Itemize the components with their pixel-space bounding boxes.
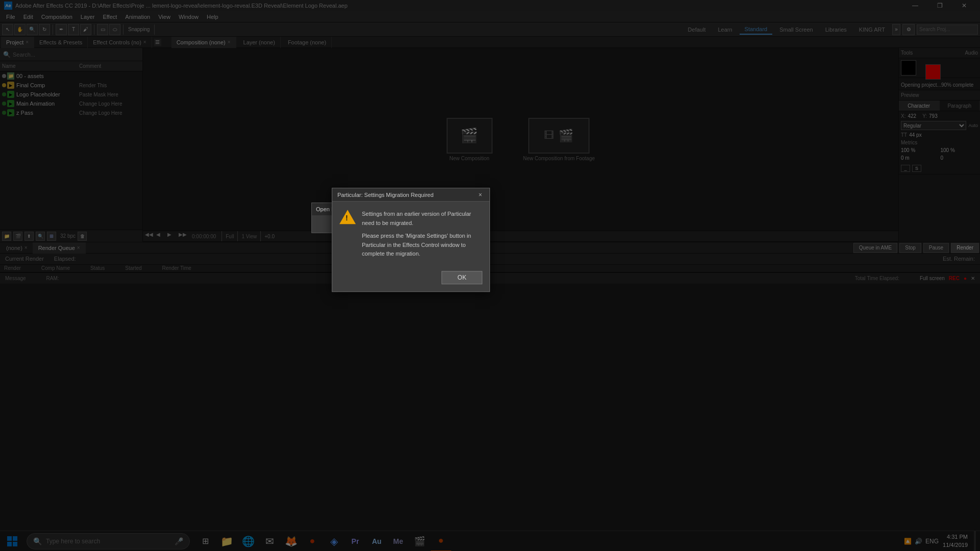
alert-titlebar: Particular: Settings Migration Required …	[332, 188, 489, 202]
alert-text: Settings from an earlier version of Part…	[362, 210, 482, 259]
ok-button[interactable]: OK	[442, 271, 482, 284]
alert-footer: OK	[332, 267, 489, 291]
modal-overlay: Open Project × Particular: Settings Migr…	[0, 0, 980, 551]
alert-msg-2: Please press the 'Migrate Settings' butt…	[362, 232, 482, 259]
alert-close-btn[interactable]: ×	[476, 191, 484, 199]
alert-msg-1: Settings from an earlier version of Part…	[362, 210, 482, 228]
alert-title: Particular: Settings Migration Required	[337, 192, 433, 198]
alert-body: Settings from an earlier version of Part…	[332, 202, 489, 267]
warning-triangle	[339, 210, 356, 224]
alert-dialog[interactable]: Particular: Settings Migration Required …	[332, 188, 490, 292]
warning-icon	[339, 210, 356, 226]
